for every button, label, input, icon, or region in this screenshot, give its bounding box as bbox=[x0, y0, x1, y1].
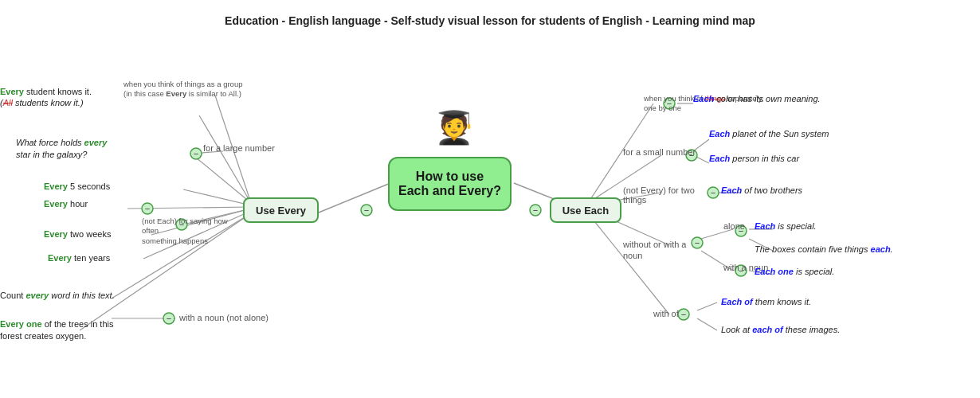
label-look-each: Look at each of these images. bbox=[721, 325, 904, 334]
label-not-every-two: (not Every) for two things bbox=[623, 185, 711, 205]
label-every-student: Every student knows it. (All students kn… bbox=[0, 86, 123, 109]
label-what-force: What force holds everystar in the galaxy… bbox=[16, 137, 143, 162]
use-each-node: Use Each bbox=[550, 197, 621, 223]
label-without-with-noun: without or with a noun bbox=[623, 239, 695, 262]
label-every-two-weeks: Every two weeks bbox=[44, 229, 111, 239]
svg-text:−: − bbox=[695, 238, 700, 248]
page-title: Education - English language - Self-stud… bbox=[0, 6, 980, 27]
label-each-color: Each color has its own meaning. bbox=[693, 94, 876, 103]
center-label: How to useEach and Every? bbox=[398, 170, 501, 198]
use-every-node: Use Every bbox=[243, 197, 319, 223]
label-each-one-special: Each one is special. bbox=[755, 267, 914, 276]
svg-text:−: − bbox=[533, 205, 538, 215]
svg-text:−: − bbox=[364, 205, 369, 215]
center-node: How to useEach and Every? bbox=[388, 157, 512, 211]
svg-line-2 bbox=[199, 115, 251, 203]
label-when-think-every: when you think of things as a group (in … bbox=[123, 80, 247, 100]
label-with-of: with of bbox=[653, 309, 679, 318]
svg-text:−: − bbox=[145, 204, 150, 213]
svg-text:−: − bbox=[711, 188, 715, 197]
label-each-person: Each person in this car bbox=[709, 154, 868, 163]
label-large-number: for a large number bbox=[203, 143, 275, 153]
label-count-every-word: Count every word in this text. bbox=[0, 291, 127, 300]
label-with-noun-not-alone: with a noun (not alone) bbox=[179, 313, 269, 322]
svg-text:−: − bbox=[194, 149, 198, 158]
label-every-hour: Every hour bbox=[44, 199, 88, 209]
label-each-of-them: Each of them knows it. bbox=[721, 297, 896, 306]
label-not-each-note: (not Each) for saying how oftensomething… bbox=[142, 217, 237, 246]
svg-line-0 bbox=[319, 183, 390, 213]
use-each-label: Use Each bbox=[563, 205, 610, 217]
label-each-is-special: Each is special. bbox=[755, 221, 914, 231]
label-every-ten-years: Every ten years bbox=[48, 253, 110, 263]
label-every-one-trees: Every one of the trees in thisforest cre… bbox=[0, 318, 123, 343]
svg-line-27 bbox=[588, 213, 669, 314]
svg-line-29 bbox=[697, 318, 717, 330]
use-every-label: Use Every bbox=[256, 205, 306, 217]
label-each-two-brothers: Each of two brothers bbox=[721, 185, 880, 195]
person-image: 🧑‍🎓 bbox=[418, 96, 490, 159]
label-boxes-contain: The boxes contain five things each. bbox=[755, 244, 938, 254]
svg-text:−: − bbox=[681, 310, 686, 319]
svg-line-6 bbox=[183, 189, 251, 205]
svg-line-28 bbox=[697, 302, 717, 310]
label-every-5-seconds: Every 5 seconds bbox=[44, 181, 110, 191]
label-alone: alone bbox=[723, 221, 745, 231]
label-each-planet: Each planet of the Sun system bbox=[709, 129, 884, 139]
svg-line-4 bbox=[191, 154, 251, 203]
label-small-number: for a small number bbox=[623, 147, 696, 157]
svg-text:−: − bbox=[167, 314, 171, 323]
